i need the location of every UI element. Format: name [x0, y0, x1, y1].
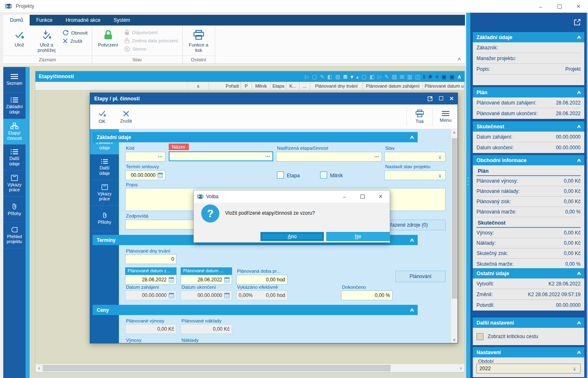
- refresh-button[interactable]: Obnovit: [63, 30, 88, 36]
- close-button[interactable]: ×: [569, 0, 588, 13]
- milnik-checkbox[interactable]: [320, 172, 327, 179]
- dropdown-icon[interactable]: ⋯∨: [571, 366, 578, 371]
- planovane-vynosy-field[interactable]: 0,00 Kč: [125, 324, 177, 334]
- collapse-panel-icon[interactable]: ∧: [576, 271, 581, 276]
- print-icon[interactable]: ⊞: [400, 74, 404, 80]
- collapse-section-icon[interactable]: ∧: [409, 135, 414, 140]
- ok-button[interactable]: OK: [90, 104, 114, 129]
- calendar-icon[interactable]: [158, 173, 163, 178]
- pdu-field[interactable]: 28.06.2022: [181, 275, 232, 285]
- splitter-handle[interactable]: [466, 13, 470, 378]
- column-header[interactable]: K...: [286, 82, 300, 90]
- kod-field[interactable]: ⋯: [125, 152, 165, 162]
- pdz-field[interactable]: 28.06.2022: [125, 275, 177, 285]
- ribbon-tab-funkce[interactable]: Funkce: [30, 15, 59, 26]
- dock-icon[interactable]: [428, 96, 432, 101]
- collapse-section-icon[interactable]: ∧: [409, 237, 414, 243]
- lookup-ellipsis-icon[interactable]: ⋯: [374, 154, 379, 160]
- column-header[interactable]: Pořadí: [209, 82, 241, 90]
- column-header[interactable]: s: [188, 82, 209, 90]
- scroll-up-icon[interactable]: ∧: [451, 129, 458, 136]
- menu-bars-icon[interactable]: ≡: [435, 74, 439, 80]
- edit-record-icon[interactable]: ✎: [320, 74, 324, 80]
- cancel-button[interactable]: Zrušit: [63, 38, 88, 44]
- copy-doc-icon[interactable]: ◧: [370, 74, 374, 80]
- info-panel-header[interactable]: Plán ∧: [473, 87, 584, 97]
- window-remove-icon[interactable]: ▣: [449, 74, 454, 80]
- up-arrow-icon[interactable]: ▴: [356, 74, 359, 80]
- maximize-button[interactable]: [353, 190, 372, 203]
- new-doc-icon[interactable]: ▢: [362, 74, 367, 80]
- section-header-ceny[interactable]: Ceny ∧: [93, 305, 418, 315]
- editor-vertical-scrollbar[interactable]: ∧ ∨: [451, 129, 458, 343]
- copy-record-icon[interactable]: ◧: [327, 74, 332, 80]
- sidebar-item-prilohy[interactable]: Přílohy: [3, 197, 26, 223]
- datum-zahajeni-field[interactable]: 00.00.0000: [125, 290, 177, 300]
- ribbon-tab-system[interactable]: Systém: [107, 15, 137, 26]
- column-header[interactable]: Plánované datum u: [423, 82, 465, 90]
- minimize-button[interactable]: –: [531, 0, 550, 13]
- editor-tab-vykazy-prace[interactable]: Výkazy práce: [90, 180, 119, 206]
- info-panel-header[interactable]: Skutečnost ∧: [473, 121, 584, 132]
- column-header[interactable]: Plánované datum zahájení: [363, 82, 423, 90]
- print-button[interactable]: Tisk: [408, 104, 432, 129]
- collapse-panel-icon[interactable]: ∧: [576, 158, 581, 163]
- column-header[interactable]: ...: [300, 82, 310, 90]
- window-add-icon[interactable]: ▣: [442, 74, 446, 80]
- datum-ukonceni-field[interactable]: 00.00.0000: [181, 290, 232, 300]
- stav-combo[interactable]: ⋯∨: [384, 152, 446, 162]
- scroll-right-icon[interactable]: ›: [457, 365, 465, 371]
- sidebar-item-dalsi-udaje[interactable]: Další údaje: [3, 145, 26, 171]
- planovane-naklady-field[interactable]: 0,00 Kč: [181, 324, 232, 334]
- obdobi-combo[interactable]: 2022 ⋯∨: [476, 364, 581, 373]
- collapse-panel-icon[interactable]: ∧: [576, 320, 581, 325]
- play-icon[interactable]: ▷: [305, 74, 309, 80]
- run-icon[interactable]: ▷: [377, 74, 381, 80]
- sidebar-item-etapy-cinnosti[interactable]: Etapy/ činnosti: [3, 119, 26, 145]
- planovane-dny-field[interactable]: 0: [125, 254, 177, 264]
- minimize-button[interactable]: –: [335, 190, 353, 203]
- dokonceno-field[interactable]: 0,00 %: [341, 290, 393, 300]
- maximize-icon[interactable]: [439, 96, 443, 102]
- close-button[interactable]: ×: [372, 190, 390, 203]
- lookup-ellipsis-icon[interactable]: ⋯: [265, 153, 270, 159]
- doba-field[interactable]: 0,00 hod: [236, 275, 288, 285]
- change-confirm-date-button[interactable]: Změna data potvrzení: [124, 38, 178, 44]
- kriticka-cesta-checkbox[interactable]: [476, 333, 483, 340]
- settings-gear-icon[interactable]: ✱: [428, 74, 432, 80]
- sidebar-item-prehled-projektu[interactable]: Přehled projektu: [3, 223, 26, 248]
- vykazano-field[interactable]: 0,00%0,00 hod: [236, 290, 288, 300]
- ribbon-collapse-icon[interactable]: ∧: [457, 56, 462, 62]
- ribbon-tab-domu[interactable]: Domů: [3, 15, 30, 26]
- scrollbar-thumb[interactable]: [452, 138, 457, 299]
- ano-button[interactable]: Ano: [260, 232, 324, 241]
- ribbon-tab-hromadne-akce[interactable]: Hromadné akce: [59, 15, 107, 26]
- section-header-zakladni-udaje[interactable]: Základní údaje ∧: [93, 132, 418, 142]
- collapse-panel-icon[interactable]: ∧: [576, 350, 581, 355]
- sidebar-item-vykazy-prace[interactable]: Výkazy práce: [3, 171, 26, 197]
- menu-button[interactable]: Menu: [434, 104, 458, 129]
- save-and-view-button[interactable]: Ulož a prohlížej: [33, 27, 60, 53]
- calendar-icon[interactable]: [224, 277, 230, 283]
- editor-cancel-button[interactable]: Zrušit: [114, 104, 138, 129]
- save-button[interactable]: Ulož: [6, 27, 33, 48]
- info-panel-header[interactable]: Ostatní údaje ∧: [473, 268, 584, 278]
- dropdown-icon[interactable]: ⋯∨: [437, 155, 443, 159]
- collapse-panel-icon[interactable]: ∧: [576, 124, 581, 129]
- calendar-icon[interactable]: [169, 277, 174, 283]
- scroll-down-icon[interactable]: ∨: [451, 336, 458, 343]
- trash-icon[interactable]: ▤: [392, 74, 397, 80]
- popout-icon[interactable]: [574, 19, 581, 26]
- nadrizena-field[interactable]: ⋯: [276, 152, 382, 162]
- editor-tab-dalsi-udaje[interactable]: Další údaje: [90, 155, 119, 180]
- maximize-button[interactable]: [550, 0, 569, 13]
- planovani-button[interactable]: Plánování: [395, 271, 446, 282]
- columns-icon[interactable]: ‖: [423, 74, 425, 80]
- layers-icon[interactable]: ≣: [343, 74, 348, 80]
- horizontal-scrollbar[interactable]: ‹ ›: [35, 364, 465, 372]
- scroll-left-icon[interactable]: ‹: [35, 365, 43, 371]
- edit-icon[interactable]: ✎: [384, 74, 389, 80]
- info-panel-header[interactable]: Základní údaje ∧: [473, 32, 584, 42]
- close-icon[interactable]: ×: [450, 95, 453, 102]
- termin-smlouvy-field[interactable]: 00.00.0000: [125, 170, 165, 180]
